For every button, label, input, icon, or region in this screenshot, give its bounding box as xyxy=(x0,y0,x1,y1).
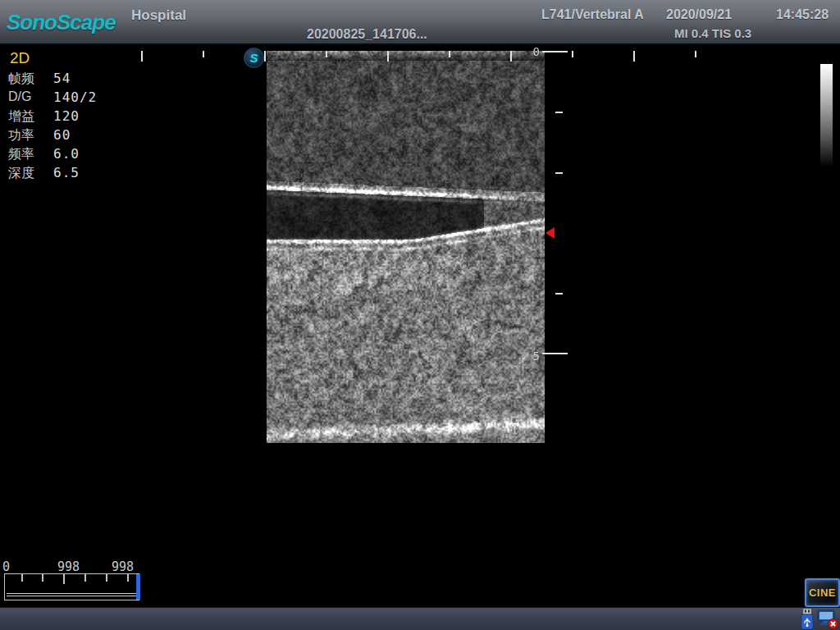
cine-tick xyxy=(63,574,65,584)
param-value: 140/2 xyxy=(53,89,97,105)
cine-tick xyxy=(42,574,43,582)
exam-id: 20200825_141706... xyxy=(307,27,427,42)
cine-track-line xyxy=(7,593,137,594)
param-label: D/G xyxy=(8,89,31,104)
taskbar xyxy=(0,607,840,630)
probe-preset: L741/Vertebral A xyxy=(541,7,644,22)
param-row-dg: D/G 140/2 xyxy=(7,88,130,107)
ruler-tick xyxy=(203,51,204,57)
ruler-tick xyxy=(633,51,635,62)
depth-minor-tick xyxy=(555,112,563,113)
parameter-panel: 帧频 54 D/G 140/2 增益 120 功率 60 频率 6.0 深度 6… xyxy=(7,69,130,182)
orientation-marker-icon: S xyxy=(244,48,264,68)
cine-tick xyxy=(127,574,129,582)
mode-label: 2D xyxy=(10,49,30,67)
focus-marker-icon xyxy=(546,227,555,239)
depth-minor-tick xyxy=(555,172,563,174)
cine-tick xyxy=(21,574,23,582)
ruler-tick xyxy=(510,51,512,62)
ruler-tick xyxy=(449,51,450,57)
ultrasound-screen: SonoScape Hospital 20200825_141706... L7… xyxy=(0,0,840,630)
param-value: 120 xyxy=(53,108,80,124)
ultrasound-image xyxy=(267,51,545,443)
usb-storage-icon[interactable] xyxy=(799,609,815,630)
depth-major-tick xyxy=(542,51,568,52)
depth-major-tick xyxy=(542,353,568,354)
top-bar: SonoScape Hospital 20200825_141706... L7… xyxy=(0,0,840,45)
cine-tick xyxy=(106,574,107,582)
param-row-power: 功率 60 xyxy=(7,126,130,144)
mi-tis-values: MI 0.4 TIS 0.3 xyxy=(674,26,751,40)
ruler-tick xyxy=(326,51,327,57)
hospital-name: Hospital xyxy=(131,7,186,24)
ruler-tick xyxy=(695,51,696,57)
ruler-tick xyxy=(264,51,266,62)
cine-position-cursor[interactable] xyxy=(136,574,140,600)
param-row-gain: 增益 120 xyxy=(7,107,130,126)
param-label: 频率 xyxy=(8,146,34,163)
ruler-tick xyxy=(387,51,389,62)
param-row-depth: 深度 6.5 xyxy=(7,163,130,182)
ruler-tick xyxy=(572,51,573,57)
ruler-tick xyxy=(141,51,143,62)
network-disconnected-icon[interactable] xyxy=(816,609,839,630)
cine-scrub-track[interactable] xyxy=(4,573,139,600)
depth-label-end: 5 xyxy=(525,349,540,363)
param-value: 6.5 xyxy=(53,165,80,180)
param-value: 54 xyxy=(53,71,71,86)
param-value: 6.0 xyxy=(53,146,80,162)
param-value: 60 xyxy=(53,127,71,143)
param-row-frame-rate: 帧频 54 xyxy=(7,69,130,88)
param-label: 功率 xyxy=(8,127,34,144)
cine-total-frames: 998 xyxy=(112,559,134,574)
param-label: 深度 xyxy=(8,165,34,182)
param-label: 帧频 xyxy=(8,71,34,88)
cine-start-frame: 0 xyxy=(2,559,10,574)
cine-button[interactable]: CINE xyxy=(805,578,840,607)
depth-minor-tick xyxy=(555,293,563,294)
depth-label-start: 0 xyxy=(525,45,540,58)
grayscale-bar xyxy=(820,64,833,167)
cine-current-frame: 998 xyxy=(57,559,80,574)
exam-date: 2020/09/21 xyxy=(666,7,732,22)
cine-track-line xyxy=(7,596,137,596)
exam-time: 14:45:28 xyxy=(776,7,829,22)
param-label: 增益 xyxy=(8,108,34,126)
sonoscape-logo: SonoScape xyxy=(7,10,116,35)
cine-tick xyxy=(84,574,86,582)
param-row-frequency: 频率 6.0 xyxy=(7,144,130,163)
